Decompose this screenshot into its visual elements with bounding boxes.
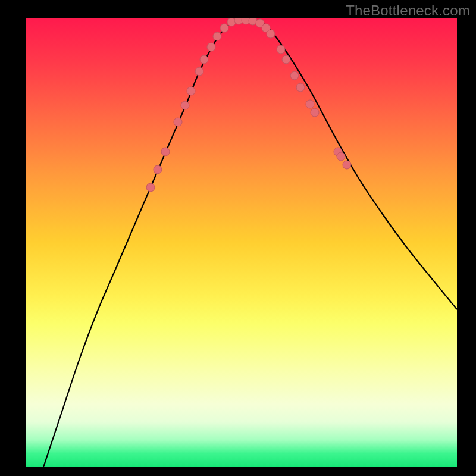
chart-frame: TheBottleneck.com [0,0,476,476]
highlight-dot [282,55,290,64]
highlight-dot [187,87,195,95]
highlight-dot [161,148,170,156]
highlight-dot [343,161,351,169]
highlight-dot [296,83,305,92]
highlight-dot [154,165,162,174]
highlight-dot [311,108,319,117]
highlight-dot [195,67,203,76]
bottleneck-curve [43,19,457,467]
highlight-dot [306,100,314,108]
highlight-dot [277,45,285,54]
highlight-dot [181,101,189,109]
highlight-dot [207,43,215,51]
highlight-dot [200,55,208,64]
highlight-dot [174,118,182,126]
highlight-dot [290,71,299,80]
highlight-dots [146,18,351,192]
highlight-dot [267,30,275,38]
highlight-dot [220,24,228,32]
highlight-dot [213,32,221,40]
highlight-dot [146,183,155,192]
plot-area [26,18,457,467]
highlight-dot [337,152,345,161]
bottleneck-chart-svg [26,18,457,467]
watermark-text: TheBottleneck.com [346,2,470,19]
